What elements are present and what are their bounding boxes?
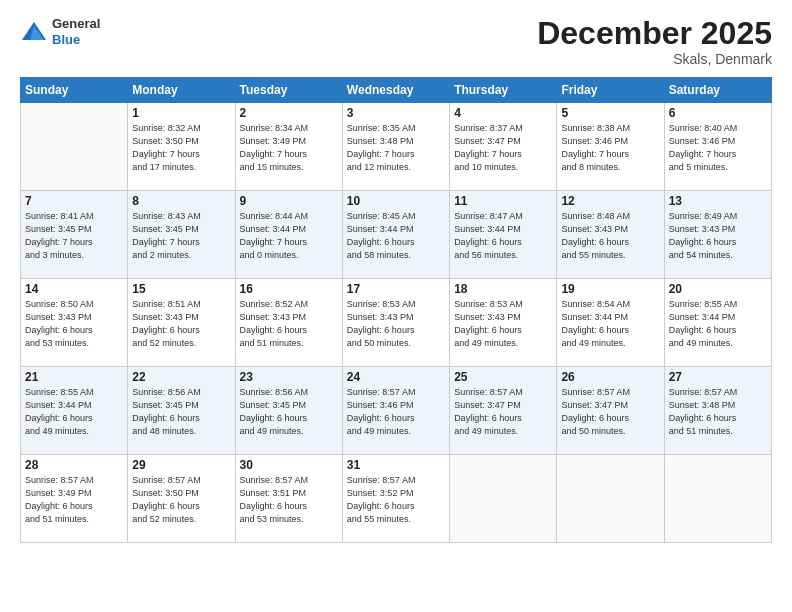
month-title: December 2025 bbox=[537, 16, 772, 51]
day-info: Sunrise: 8:32 AMSunset: 3:50 PMDaylight:… bbox=[132, 122, 230, 174]
calendar-cell: 13Sunrise: 8:49 AMSunset: 3:43 PMDayligh… bbox=[664, 191, 771, 279]
calendar-cell: 28Sunrise: 8:57 AMSunset: 3:49 PMDayligh… bbox=[21, 455, 128, 543]
day-number: 1 bbox=[132, 106, 230, 120]
calendar-cell: 10Sunrise: 8:45 AMSunset: 3:44 PMDayligh… bbox=[342, 191, 449, 279]
day-info: Sunrise: 8:54 AMSunset: 3:44 PMDaylight:… bbox=[561, 298, 659, 350]
calendar-cell bbox=[21, 103, 128, 191]
day-info: Sunrise: 8:37 AMSunset: 3:47 PMDaylight:… bbox=[454, 122, 552, 174]
logo-text: General Blue bbox=[52, 16, 100, 47]
col-header-wednesday: Wednesday bbox=[342, 78, 449, 103]
day-number: 25 bbox=[454, 370, 552, 384]
calendar-cell bbox=[450, 455, 557, 543]
week-row-4: 21Sunrise: 8:55 AMSunset: 3:44 PMDayligh… bbox=[21, 367, 772, 455]
day-info: Sunrise: 8:38 AMSunset: 3:46 PMDaylight:… bbox=[561, 122, 659, 174]
page: General Blue December 2025 Skals, Denmar… bbox=[0, 0, 792, 612]
calendar-cell: 18Sunrise: 8:53 AMSunset: 3:43 PMDayligh… bbox=[450, 279, 557, 367]
calendar-cell: 11Sunrise: 8:47 AMSunset: 3:44 PMDayligh… bbox=[450, 191, 557, 279]
day-number: 22 bbox=[132, 370, 230, 384]
day-info: Sunrise: 8:48 AMSunset: 3:43 PMDaylight:… bbox=[561, 210, 659, 262]
day-number: 2 bbox=[240, 106, 338, 120]
calendar-cell: 20Sunrise: 8:55 AMSunset: 3:44 PMDayligh… bbox=[664, 279, 771, 367]
day-number: 5 bbox=[561, 106, 659, 120]
header: General Blue December 2025 Skals, Denmar… bbox=[20, 16, 772, 67]
day-number: 30 bbox=[240, 458, 338, 472]
calendar-cell bbox=[664, 455, 771, 543]
calendar-cell: 26Sunrise: 8:57 AMSunset: 3:47 PMDayligh… bbox=[557, 367, 664, 455]
day-info: Sunrise: 8:43 AMSunset: 3:45 PMDaylight:… bbox=[132, 210, 230, 262]
day-info: Sunrise: 8:52 AMSunset: 3:43 PMDaylight:… bbox=[240, 298, 338, 350]
day-info: Sunrise: 8:55 AMSunset: 3:44 PMDaylight:… bbox=[25, 386, 123, 438]
day-number: 28 bbox=[25, 458, 123, 472]
calendar-cell: 3Sunrise: 8:35 AMSunset: 3:48 PMDaylight… bbox=[342, 103, 449, 191]
day-info: Sunrise: 8:34 AMSunset: 3:49 PMDaylight:… bbox=[240, 122, 338, 174]
calendar-cell: 27Sunrise: 8:57 AMSunset: 3:48 PMDayligh… bbox=[664, 367, 771, 455]
col-header-tuesday: Tuesday bbox=[235, 78, 342, 103]
day-number: 17 bbox=[347, 282, 445, 296]
day-info: Sunrise: 8:47 AMSunset: 3:44 PMDaylight:… bbox=[454, 210, 552, 262]
day-number: 15 bbox=[132, 282, 230, 296]
day-info: Sunrise: 8:51 AMSunset: 3:43 PMDaylight:… bbox=[132, 298, 230, 350]
day-number: 23 bbox=[240, 370, 338, 384]
week-row-3: 14Sunrise: 8:50 AMSunset: 3:43 PMDayligh… bbox=[21, 279, 772, 367]
week-row-5: 28Sunrise: 8:57 AMSunset: 3:49 PMDayligh… bbox=[21, 455, 772, 543]
week-row-2: 7Sunrise: 8:41 AMSunset: 3:45 PMDaylight… bbox=[21, 191, 772, 279]
day-number: 4 bbox=[454, 106, 552, 120]
day-number: 31 bbox=[347, 458, 445, 472]
day-info: Sunrise: 8:57 AMSunset: 3:46 PMDaylight:… bbox=[347, 386, 445, 438]
calendar-cell: 6Sunrise: 8:40 AMSunset: 3:46 PMDaylight… bbox=[664, 103, 771, 191]
col-header-saturday: Saturday bbox=[664, 78, 771, 103]
day-info: Sunrise: 8:55 AMSunset: 3:44 PMDaylight:… bbox=[669, 298, 767, 350]
day-info: Sunrise: 8:44 AMSunset: 3:44 PMDaylight:… bbox=[240, 210, 338, 262]
day-info: Sunrise: 8:56 AMSunset: 3:45 PMDaylight:… bbox=[240, 386, 338, 438]
day-info: Sunrise: 8:53 AMSunset: 3:43 PMDaylight:… bbox=[454, 298, 552, 350]
calendar-cell: 8Sunrise: 8:43 AMSunset: 3:45 PMDaylight… bbox=[128, 191, 235, 279]
week-row-1: 1Sunrise: 8:32 AMSunset: 3:50 PMDaylight… bbox=[21, 103, 772, 191]
calendar-cell: 22Sunrise: 8:56 AMSunset: 3:45 PMDayligh… bbox=[128, 367, 235, 455]
calendar-cell: 7Sunrise: 8:41 AMSunset: 3:45 PMDaylight… bbox=[21, 191, 128, 279]
day-number: 9 bbox=[240, 194, 338, 208]
day-info: Sunrise: 8:57 AMSunset: 3:52 PMDaylight:… bbox=[347, 474, 445, 526]
day-number: 24 bbox=[347, 370, 445, 384]
calendar-cell: 25Sunrise: 8:57 AMSunset: 3:47 PMDayligh… bbox=[450, 367, 557, 455]
day-info: Sunrise: 8:40 AMSunset: 3:46 PMDaylight:… bbox=[669, 122, 767, 174]
day-number: 19 bbox=[561, 282, 659, 296]
day-number: 12 bbox=[561, 194, 659, 208]
day-info: Sunrise: 8:56 AMSunset: 3:45 PMDaylight:… bbox=[132, 386, 230, 438]
logo: General Blue bbox=[20, 16, 100, 47]
calendar-cell: 15Sunrise: 8:51 AMSunset: 3:43 PMDayligh… bbox=[128, 279, 235, 367]
day-info: Sunrise: 8:49 AMSunset: 3:43 PMDaylight:… bbox=[669, 210, 767, 262]
col-header-thursday: Thursday bbox=[450, 78, 557, 103]
calendar-cell: 2Sunrise: 8:34 AMSunset: 3:49 PMDaylight… bbox=[235, 103, 342, 191]
day-info: Sunrise: 8:57 AMSunset: 3:49 PMDaylight:… bbox=[25, 474, 123, 526]
day-number: 13 bbox=[669, 194, 767, 208]
calendar-table: SundayMondayTuesdayWednesdayThursdayFrid… bbox=[20, 77, 772, 543]
day-info: Sunrise: 8:50 AMSunset: 3:43 PMDaylight:… bbox=[25, 298, 123, 350]
calendar-cell: 23Sunrise: 8:56 AMSunset: 3:45 PMDayligh… bbox=[235, 367, 342, 455]
calendar-cell: 9Sunrise: 8:44 AMSunset: 3:44 PMDaylight… bbox=[235, 191, 342, 279]
title-block: December 2025 Skals, Denmark bbox=[537, 16, 772, 67]
calendar-cell: 31Sunrise: 8:57 AMSunset: 3:52 PMDayligh… bbox=[342, 455, 449, 543]
day-info: Sunrise: 8:57 AMSunset: 3:47 PMDaylight:… bbox=[561, 386, 659, 438]
day-info: Sunrise: 8:35 AMSunset: 3:48 PMDaylight:… bbox=[347, 122, 445, 174]
day-info: Sunrise: 8:57 AMSunset: 3:48 PMDaylight:… bbox=[669, 386, 767, 438]
calendar-cell: 24Sunrise: 8:57 AMSunset: 3:46 PMDayligh… bbox=[342, 367, 449, 455]
calendar-cell: 17Sunrise: 8:53 AMSunset: 3:43 PMDayligh… bbox=[342, 279, 449, 367]
calendar-cell: 1Sunrise: 8:32 AMSunset: 3:50 PMDaylight… bbox=[128, 103, 235, 191]
day-info: Sunrise: 8:53 AMSunset: 3:43 PMDaylight:… bbox=[347, 298, 445, 350]
day-number: 18 bbox=[454, 282, 552, 296]
day-number: 29 bbox=[132, 458, 230, 472]
calendar-cell: 5Sunrise: 8:38 AMSunset: 3:46 PMDaylight… bbox=[557, 103, 664, 191]
day-number: 7 bbox=[25, 194, 123, 208]
day-number: 26 bbox=[561, 370, 659, 384]
day-info: Sunrise: 8:57 AMSunset: 3:47 PMDaylight:… bbox=[454, 386, 552, 438]
logo-icon bbox=[20, 18, 48, 46]
calendar-cell: 21Sunrise: 8:55 AMSunset: 3:44 PMDayligh… bbox=[21, 367, 128, 455]
calendar-header-row: SundayMondayTuesdayWednesdayThursdayFrid… bbox=[21, 78, 772, 103]
col-header-monday: Monday bbox=[128, 78, 235, 103]
col-header-friday: Friday bbox=[557, 78, 664, 103]
day-number: 20 bbox=[669, 282, 767, 296]
day-number: 6 bbox=[669, 106, 767, 120]
calendar-cell: 16Sunrise: 8:52 AMSunset: 3:43 PMDayligh… bbox=[235, 279, 342, 367]
calendar-cell: 19Sunrise: 8:54 AMSunset: 3:44 PMDayligh… bbox=[557, 279, 664, 367]
calendar-cell bbox=[557, 455, 664, 543]
